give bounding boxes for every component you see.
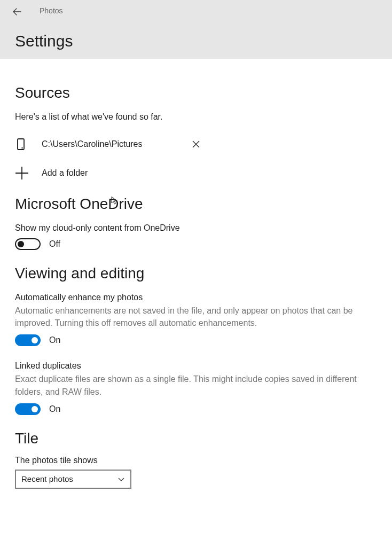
app-title: Photos <box>40 6 63 15</box>
enhance-desc: Automatic enhancements are not saved in … <box>15 304 377 329</box>
close-icon <box>192 140 200 148</box>
device-folder-icon <box>15 138 28 151</box>
toggle-knob <box>32 337 38 343</box>
content-area: Sources Here's a list of what we've foun… <box>0 59 392 489</box>
duplicates-desc: Exact duplicate files are shown as a sin… <box>15 373 377 397</box>
onedrive-toggle-state: Off <box>49 239 60 249</box>
tile-label: The photos tile shows <box>15 456 377 465</box>
svg-rect-0 <box>18 139 24 150</box>
tile-heading: Tile <box>15 430 377 447</box>
duplicates-toggle[interactable] <box>15 403 41 415</box>
add-folder-label: Add a folder <box>42 168 88 178</box>
svg-point-1 <box>21 147 22 149</box>
remove-folder-button[interactable] <box>192 140 200 149</box>
duplicates-label: Linked duplicates <box>15 361 377 371</box>
duplicates-toggle-state: On <box>49 404 60 414</box>
sources-intro: Here's a list of what we've found so far… <box>15 112 377 122</box>
enhance-label: Automatically enhance my photos <box>15 293 377 302</box>
tile-dropdown[interactable]: Recent photos <box>15 470 131 489</box>
chevron-down-icon <box>117 475 125 483</box>
plus-icon <box>15 166 29 180</box>
enhance-toggle-state: On <box>49 335 60 345</box>
onedrive-heading: Microsoft OneDrive <box>15 196 377 213</box>
arrow-left-icon <box>13 7 21 16</box>
sources-heading: Sources <box>15 84 377 101</box>
tile-dropdown-value: Recent photos <box>21 474 73 483</box>
toggle-knob <box>32 406 38 412</box>
header-bar: Photos Settings <box>0 0 392 59</box>
onedrive-toggle[interactable] <box>15 238 41 250</box>
toggle-knob <box>18 241 24 247</box>
back-button[interactable] <box>12 6 22 17</box>
viewing-heading: Viewing and editing <box>15 265 377 282</box>
add-folder-button[interactable]: Add a folder <box>15 160 377 186</box>
page-title: Settings <box>15 32 73 50</box>
source-folder-row: C:\Users\Caroline\Pictures <box>15 131 377 157</box>
enhance-toggle[interactable] <box>15 334 41 346</box>
onedrive-label: Show my cloud-only content from OneDrive <box>15 223 377 233</box>
source-folder-path[interactable]: C:\Users\Caroline\Pictures <box>42 139 143 149</box>
